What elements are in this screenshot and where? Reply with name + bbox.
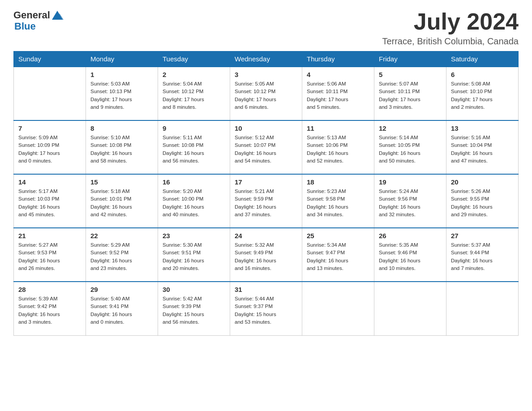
calendar-cell: 14Sunrise: 5:17 AMSunset: 10:03 PMDaylig… bbox=[14, 174, 86, 228]
day-number: 17 bbox=[235, 178, 297, 186]
day-number: 31 bbox=[235, 286, 297, 293]
calendar-cell: 13Sunrise: 5:16 AMSunset: 10:04 PMDaylig… bbox=[446, 120, 519, 174]
calendar-cell bbox=[14, 67, 86, 120]
day-number: 6 bbox=[451, 71, 514, 78]
calendar-cell: 3Sunrise: 5:05 AMSunset: 10:12 PMDayligh… bbox=[230, 67, 302, 120]
day-info: Sunrise: 5:35 AMSunset: 9:46 PMDaylight:… bbox=[379, 241, 442, 272]
day-number: 1 bbox=[90, 71, 153, 78]
page-header: General Blue July 2024 Terrace, British … bbox=[13, 9, 519, 47]
day-number: 18 bbox=[307, 178, 369, 186]
day-number: 30 bbox=[163, 286, 225, 293]
day-number: 20 bbox=[451, 178, 514, 186]
day-number: 8 bbox=[90, 124, 153, 132]
day-info: Sunrise: 5:17 AMSunset: 10:03 PMDaylight… bbox=[18, 188, 81, 218]
day-number: 11 bbox=[307, 124, 369, 132]
calendar-cell: 4Sunrise: 5:06 AMSunset: 10:11 PMDayligh… bbox=[302, 67, 374, 120]
day-info: Sunrise: 5:39 AMSunset: 9:42 PMDaylight:… bbox=[18, 295, 81, 326]
day-number: 2 bbox=[163, 71, 225, 78]
title-block: July 2024 Terrace, British Columbia, Can… bbox=[382, 9, 519, 47]
day-number: 19 bbox=[379, 178, 442, 186]
calendar-cell: 10Sunrise: 5:12 AMSunset: 10:07 PMDaylig… bbox=[230, 120, 302, 174]
day-info: Sunrise: 5:32 AMSunset: 9:49 PMDaylight:… bbox=[235, 241, 297, 272]
day-number: 16 bbox=[163, 178, 225, 186]
calendar-cell: 7Sunrise: 5:09 AMSunset: 10:09 PMDayligh… bbox=[14, 120, 86, 174]
day-info: Sunrise: 5:30 AMSunset: 9:51 PMDaylight:… bbox=[163, 241, 225, 272]
logo: General Blue bbox=[13, 9, 64, 31]
calendar-cell: 8Sunrise: 5:10 AMSunset: 10:08 PMDayligh… bbox=[86, 120, 158, 174]
header-monday: Monday bbox=[86, 51, 158, 67]
day-number: 5 bbox=[379, 71, 442, 78]
calendar-cell: 23Sunrise: 5:30 AMSunset: 9:51 PMDayligh… bbox=[158, 228, 230, 282]
calendar-cell: 24Sunrise: 5:32 AMSunset: 9:49 PMDayligh… bbox=[230, 228, 302, 282]
day-info: Sunrise: 5:42 AMSunset: 9:39 PMDaylight:… bbox=[163, 295, 225, 326]
day-info: Sunrise: 5:26 AMSunset: 9:55 PMDaylight:… bbox=[451, 188, 514, 218]
month-title: July 2024 bbox=[382, 9, 519, 34]
day-number: 7 bbox=[18, 124, 81, 132]
header-sunday: Sunday bbox=[14, 51, 86, 67]
header-friday: Friday bbox=[374, 51, 446, 67]
day-number: 28 bbox=[18, 286, 81, 293]
calendar-cell: 11Sunrise: 5:13 AMSunset: 10:06 PMDaylig… bbox=[302, 120, 374, 174]
day-info: Sunrise: 5:13 AMSunset: 10:06 PMDaylight… bbox=[307, 134, 369, 165]
header-thursday: Thursday bbox=[302, 51, 374, 67]
calendar-cell: 26Sunrise: 5:35 AMSunset: 9:46 PMDayligh… bbox=[374, 228, 446, 282]
day-info: Sunrise: 5:40 AMSunset: 9:41 PMDaylight:… bbox=[90, 295, 153, 326]
calendar-cell: 17Sunrise: 5:21 AMSunset: 9:59 PMDayligh… bbox=[230, 174, 302, 228]
calendar-cell: 22Sunrise: 5:29 AMSunset: 9:52 PMDayligh… bbox=[86, 228, 158, 282]
week-row-5: 28Sunrise: 5:39 AMSunset: 9:42 PMDayligh… bbox=[14, 282, 519, 335]
day-number: 12 bbox=[379, 124, 442, 132]
day-number: 15 bbox=[90, 178, 153, 186]
day-info: Sunrise: 5:34 AMSunset: 9:47 PMDaylight:… bbox=[307, 241, 369, 272]
calendar-cell: 21Sunrise: 5:27 AMSunset: 9:53 PMDayligh… bbox=[14, 228, 86, 282]
calendar-cell bbox=[446, 282, 519, 335]
day-number: 9 bbox=[163, 124, 225, 132]
day-info: Sunrise: 5:18 AMSunset: 10:01 PMDaylight… bbox=[90, 188, 153, 218]
day-info: Sunrise: 5:12 AMSunset: 10:07 PMDaylight… bbox=[235, 134, 297, 165]
day-number: 29 bbox=[90, 286, 153, 293]
week-row-3: 14Sunrise: 5:17 AMSunset: 10:03 PMDaylig… bbox=[14, 174, 519, 228]
day-info: Sunrise: 5:09 AMSunset: 10:09 PMDaylight… bbox=[18, 134, 81, 165]
logo-blue: Blue bbox=[14, 21, 64, 31]
calendar-cell: 27Sunrise: 5:37 AMSunset: 9:44 PMDayligh… bbox=[446, 228, 519, 282]
day-info: Sunrise: 5:14 AMSunset: 10:05 PMDaylight… bbox=[379, 134, 442, 165]
day-info: Sunrise: 5:21 AMSunset: 9:59 PMDaylight:… bbox=[235, 188, 297, 218]
calendar-cell: 18Sunrise: 5:23 AMSunset: 9:58 PMDayligh… bbox=[302, 174, 374, 228]
day-number: 22 bbox=[90, 232, 153, 240]
day-number: 23 bbox=[163, 232, 225, 240]
day-number: 4 bbox=[307, 71, 369, 78]
day-info: Sunrise: 5:07 AMSunset: 10:11 PMDaylight… bbox=[379, 80, 442, 111]
calendar-cell: 5Sunrise: 5:07 AMSunset: 10:11 PMDayligh… bbox=[374, 67, 446, 120]
calendar-cell: 9Sunrise: 5:11 AMSunset: 10:08 PMDayligh… bbox=[158, 120, 230, 174]
day-number: 13 bbox=[451, 124, 514, 132]
day-info: Sunrise: 5:37 AMSunset: 9:44 PMDaylight:… bbox=[451, 241, 514, 272]
day-number: 27 bbox=[451, 232, 514, 240]
day-info: Sunrise: 5:24 AMSunset: 9:56 PMDaylight:… bbox=[379, 188, 442, 218]
calendar-cell: 30Sunrise: 5:42 AMSunset: 9:39 PMDayligh… bbox=[158, 282, 230, 335]
calendar-cell: 15Sunrise: 5:18 AMSunset: 10:01 PMDaylig… bbox=[86, 174, 158, 228]
week-row-1: 1Sunrise: 5:03 AMSunset: 10:13 PMDayligh… bbox=[14, 67, 519, 120]
calendar-cell: 16Sunrise: 5:20 AMSunset: 10:00 PMDaylig… bbox=[158, 174, 230, 228]
day-number: 24 bbox=[235, 232, 297, 240]
calendar-cell: 29Sunrise: 5:40 AMSunset: 9:41 PMDayligh… bbox=[86, 282, 158, 335]
calendar-cell: 19Sunrise: 5:24 AMSunset: 9:56 PMDayligh… bbox=[374, 174, 446, 228]
calendar-cell: 1Sunrise: 5:03 AMSunset: 10:13 PMDayligh… bbox=[86, 67, 158, 120]
day-number: 26 bbox=[379, 232, 442, 240]
calendar-cell: 25Sunrise: 5:34 AMSunset: 9:47 PMDayligh… bbox=[302, 228, 374, 282]
day-info: Sunrise: 5:27 AMSunset: 9:53 PMDaylight:… bbox=[18, 241, 81, 272]
calendar-table: Sunday Monday Tuesday Wednesday Thursday… bbox=[13, 51, 519, 336]
day-info: Sunrise: 5:11 AMSunset: 10:08 PMDaylight… bbox=[163, 134, 225, 165]
logo-icon bbox=[51, 9, 64, 21]
day-info: Sunrise: 5:44 AMSunset: 9:37 PMDaylight:… bbox=[235, 295, 297, 326]
calendar-cell bbox=[374, 282, 446, 335]
day-number: 14 bbox=[18, 178, 81, 186]
calendar-cell: 28Sunrise: 5:39 AMSunset: 9:42 PMDayligh… bbox=[14, 282, 86, 335]
location: Terrace, British Columbia, Canada bbox=[382, 36, 519, 47]
day-info: Sunrise: 5:20 AMSunset: 10:00 PMDaylight… bbox=[163, 188, 225, 218]
header-saturday: Saturday bbox=[446, 51, 519, 67]
week-row-4: 21Sunrise: 5:27 AMSunset: 9:53 PMDayligh… bbox=[14, 228, 519, 282]
day-info: Sunrise: 5:16 AMSunset: 10:04 PMDaylight… bbox=[451, 134, 514, 165]
week-row-2: 7Sunrise: 5:09 AMSunset: 10:09 PMDayligh… bbox=[14, 120, 519, 174]
day-info: Sunrise: 5:08 AMSunset: 10:10 PMDaylight… bbox=[451, 80, 514, 111]
day-info: Sunrise: 5:10 AMSunset: 10:08 PMDaylight… bbox=[90, 134, 153, 165]
calendar-cell: 2Sunrise: 5:04 AMSunset: 10:12 PMDayligh… bbox=[158, 67, 230, 120]
